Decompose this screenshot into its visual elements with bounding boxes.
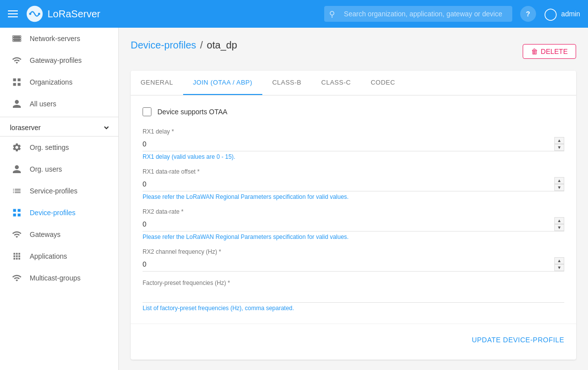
rx1-dr-offset-spinners: ▲ ▼ xyxy=(554,177,564,191)
rx1-dr-offset-label: RX1 data-rate offset * xyxy=(143,168,564,175)
sidebar-label-device-profiles: Device-profiles xyxy=(30,209,76,217)
logo-icon xyxy=(26,5,44,23)
rx1-delay-hint: RX1 delay (valid values are 0 - 15). xyxy=(143,153,564,160)
person2-icon xyxy=(12,164,22,174)
rx2-dr-spin-down[interactable]: ▼ xyxy=(554,224,564,231)
rx1-delay-input-wrap: ▲ ▼ xyxy=(143,137,564,151)
tab-join[interactable]: JOIN (OTAA / ABP) xyxy=(183,71,262,95)
breadcrumb-link[interactable]: Device-profiles xyxy=(131,40,196,51)
main-content: Device-profiles / ota_dp 🗑 DELETE GENERA… xyxy=(119,28,588,370)
rx2-dr-label: RX2 data-rate * xyxy=(143,208,564,215)
sidebar-item-organizations[interactable]: Organizations xyxy=(0,71,118,93)
search-input[interactable] xyxy=(324,6,512,22)
tab-general[interactable]: GENERAL xyxy=(131,71,183,95)
svg-point-7 xyxy=(19,38,20,39)
tab-class-b[interactable]: CLASS-B xyxy=(262,71,311,95)
rx1-dr-offset-group: RX1 data-rate offset * ▲ ▼ Please refer … xyxy=(143,168,564,200)
org-select[interactable]: loraserver xyxy=(8,123,110,132)
help-button[interactable]: ? xyxy=(520,6,536,22)
grid-icon xyxy=(12,77,22,87)
rx2-freq-input[interactable] xyxy=(143,257,554,271)
sidebar-item-multicast-groups[interactable]: Multicast-groups xyxy=(0,267,118,289)
user-menu[interactable]: ◯ admin xyxy=(544,7,580,21)
sidebar-item-service-profiles[interactable]: Service-profiles xyxy=(0,180,118,202)
otaa-checkbox-label[interactable]: Device supports OTAA xyxy=(157,108,227,116)
sidebar-item-gateway-profiles[interactable]: Gateway-profiles xyxy=(0,49,118,71)
layout: Network-servers Gateway-profiles Organiz… xyxy=(0,28,588,370)
sidebar-label-gateway-profiles: Gateway-profiles xyxy=(30,56,82,64)
tab-class-c[interactable]: CLASS-C xyxy=(311,71,361,95)
rx1-dr-offset-input[interactable] xyxy=(143,177,554,191)
rx2-dr-hint: Please refer the LoRaWAN Regional Parame… xyxy=(143,233,564,240)
sidebar: Network-servers Gateway-profiles Organiz… xyxy=(0,28,119,370)
rx2-freq-label: RX2 channel frequency (Hz) * xyxy=(143,248,564,255)
otaa-check-group: Device supports OTAA xyxy=(143,107,564,116)
rx2-dr-input-wrap: ▲ ▼ xyxy=(143,217,564,231)
rx1-delay-spinners: ▲ ▼ xyxy=(554,137,564,151)
sidebar-item-gateways[interactable]: Gateways xyxy=(0,224,118,245)
gear-icon xyxy=(12,142,22,152)
signal-icon xyxy=(12,273,22,283)
rx1-delay-label: RX1 delay * xyxy=(143,128,564,135)
rx2-dr-input[interactable] xyxy=(143,217,554,231)
person-icon xyxy=(12,99,22,109)
sidebar-item-applications[interactable]: Applications xyxy=(0,245,118,267)
update-button[interactable]: UPDATE DEVICE-PROFILE xyxy=(472,332,564,348)
sidebar-item-org-users[interactable]: Org. users xyxy=(0,158,118,180)
otaa-checkbox[interactable] xyxy=(143,107,151,116)
topnav: LoRaServer ⚲ ? ◯ admin xyxy=(0,0,588,28)
rx1-dr-offset-spin-up[interactable]: ▲ xyxy=(554,177,564,184)
rx1-delay-group: RX1 delay * ▲ ▼ RX1 delay (valid values … xyxy=(143,128,564,160)
rx1-dr-offset-hint: Please refer the LoRaWAN Regional Parame… xyxy=(143,193,564,200)
rx1-dr-offset-spin-down[interactable]: ▼ xyxy=(554,184,564,191)
user-icon: ◯ xyxy=(544,7,557,21)
sidebar-label-all-users: All users xyxy=(30,100,56,108)
rx1-delay-input[interactable] xyxy=(143,137,554,151)
sidebar-label-org-settings: Org. settings xyxy=(30,143,69,151)
sidebar-label-network-servers: Network-servers xyxy=(30,35,80,43)
rx2-dr-group: RX2 data-rate * ▲ ▼ Please refer the LoR… xyxy=(143,208,564,240)
list-icon xyxy=(12,186,22,196)
factory-preset-label: Factory-preset frequencies (Hz) * xyxy=(143,279,564,286)
sidebar-item-network-servers[interactable]: Network-servers xyxy=(0,28,118,49)
sidebar-label-multicast-groups: Multicast-groups xyxy=(30,274,81,282)
rx2-freq-group: RX2 channel frequency (Hz) * ▲ ▼ xyxy=(143,248,564,272)
rx2-dr-spin-up[interactable]: ▲ xyxy=(554,217,564,224)
delete-icon: 🗑 xyxy=(531,47,538,55)
sidebar-divider xyxy=(0,117,118,117)
svg-point-6 xyxy=(19,36,20,37)
logo-text: LoRaServer xyxy=(48,8,100,20)
tabs: GENERAL JOIN (OTAA / ABP) CLASS-B CLASS-… xyxy=(131,71,576,95)
svg-point-8 xyxy=(19,40,20,41)
sidebar-label-gateways: Gateways xyxy=(30,231,60,238)
rx2-freq-spin-down[interactable]: ▼ xyxy=(554,264,564,271)
user-label: admin xyxy=(561,10,580,18)
search-wrap: ⚲ xyxy=(324,6,512,22)
rx2-freq-spin-up[interactable]: ▲ xyxy=(554,257,564,264)
profile-card: GENERAL JOIN (OTAA / ABP) CLASS-B CLASS-… xyxy=(131,71,576,360)
page-header: Device-profiles / ota_dp 🗑 DELETE xyxy=(131,40,576,63)
breadcrumb: Device-profiles / ota_dp xyxy=(131,40,237,51)
topnav-right: ? ◯ admin xyxy=(520,6,580,22)
rx1-dr-offset-input-wrap: ▲ ▼ xyxy=(143,177,564,191)
sidebar-label-org-users: Org. users xyxy=(30,165,62,173)
rx1-delay-spin-down[interactable]: ▼ xyxy=(554,144,564,151)
tab-codec[interactable]: CODEC xyxy=(361,71,405,95)
sidebar-item-org-settings[interactable]: Org. settings xyxy=(0,137,118,158)
device-icon xyxy=(12,208,22,218)
factory-preset-hint: List of factory-preset frequencies (Hz),… xyxy=(143,305,564,312)
sidebar-item-all-users[interactable]: All users xyxy=(0,93,118,115)
form-footer: UPDATE DEVICE-PROFILE xyxy=(131,324,576,348)
sidebar-label-organizations: Organizations xyxy=(30,78,72,86)
sidebar-item-device-profiles[interactable]: Device-profiles xyxy=(0,202,118,224)
sidebar-label-applications: Applications xyxy=(30,252,67,260)
delete-button[interactable]: 🗑 DELETE xyxy=(523,44,576,59)
svg-point-2 xyxy=(38,13,41,15)
delete-button-label: DELETE xyxy=(541,47,568,55)
form-body: Device supports OTAA RX1 delay * ▲ ▼ RX1… xyxy=(131,95,576,312)
factory-preset-input[interactable] xyxy=(143,288,564,303)
wifi-icon xyxy=(12,55,22,65)
rx1-delay-spin-up[interactable]: ▲ xyxy=(554,137,564,144)
rx2-dr-spinners: ▲ ▼ xyxy=(554,217,564,231)
menu-icon[interactable] xyxy=(8,10,18,17)
